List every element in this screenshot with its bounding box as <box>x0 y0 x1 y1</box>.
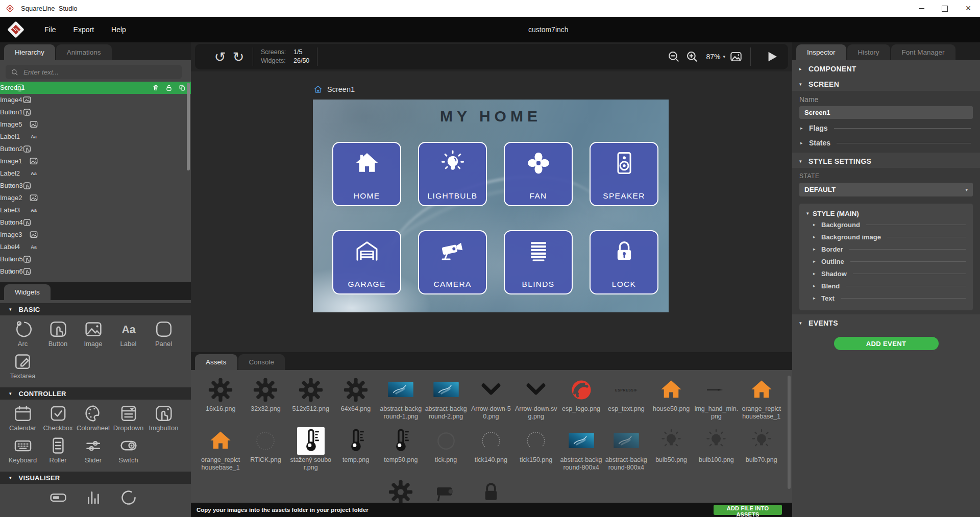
flags-row[interactable]: ▸Flags <box>799 122 973 134</box>
tile-camera[interactable]: CAMERA <box>418 230 487 294</box>
tree-item-label1[interactable]: AaLabel1 <box>0 131 191 143</box>
widget-calendar[interactable]: Calendar <box>5 402 40 432</box>
tree-item-image2[interactable]: Image2 <box>0 192 191 204</box>
tile-lock[interactable]: LOCK <box>590 230 658 294</box>
asset-item-partial[interactable] <box>378 478 423 503</box>
search-input[interactable] <box>22 68 182 77</box>
trash-icon[interactable] <box>152 84 160 92</box>
style-main-header-row[interactable]: ▾STYLE (MAIN) <box>804 208 968 218</box>
play-button[interactable] <box>765 50 779 64</box>
tree-item-label4[interactable]: AaLabel4 <box>0 241 191 253</box>
widget-keyboard[interactable]: Keyboard <box>5 434 40 464</box>
style-prop-shadow[interactable]: ▸Shadow <box>804 267 968 280</box>
widget-panel[interactable]: Panel <box>146 318 181 348</box>
tree-item-button1[interactable]: ▾Button1 <box>0 106 191 118</box>
tree-item-label2[interactable]: AaLabel2 <box>0 167 191 180</box>
widget-switch[interactable]: Switch <box>111 434 146 464</box>
add-file-into-assets-button[interactable]: ADD FILE INTO ASSETS <box>714 505 782 515</box>
tab-history[interactable]: History <box>847 44 890 60</box>
tree-item-image4[interactable]: Image4 <box>0 94 191 106</box>
tile-speaker[interactable]: SPEAKER <box>590 142 658 206</box>
menu-file[interactable]: File <box>36 17 65 42</box>
design-screen[interactable]: MY HOME HOMELIGHTBULBFANSPEAKERGARAGECAM… <box>313 100 669 312</box>
widget-item[interactable] <box>40 486 76 508</box>
widget-group-basic[interactable]: ▾BASIC <box>0 303 191 315</box>
undo-button[interactable]: ↺ <box>213 50 227 63</box>
style-prop-outline[interactable]: ▸Outline <box>804 255 968 267</box>
tile-fan[interactable]: FAN <box>504 142 573 206</box>
widget-arc[interactable]: Arc <box>5 318 40 348</box>
asset-item-partial[interactable] <box>469 478 513 503</box>
tree-item-image5[interactable]: Image5 <box>0 118 191 131</box>
tree-item-screen1[interactable]: ▾Screen1 <box>0 82 191 94</box>
section-events[interactable]: ▾EVENTS <box>792 316 980 330</box>
asset-orange-repict-housebase-1[interactable]: orange_repict housebase_1 <box>198 427 243 472</box>
asset-abstract-background-2-png[interactable]: abstract-background-2.png <box>423 376 468 421</box>
style-prop-border[interactable]: ▸Border <box>804 243 968 255</box>
screen-tag[interactable]: Screen1 <box>313 85 355 94</box>
tab-widgets[interactable]: Widgets <box>4 284 51 300</box>
tree-item-label3[interactable]: AaLabel3 <box>0 204 191 216</box>
tile-lightbulb[interactable]: LIGHTBULB <box>418 142 487 206</box>
section-component[interactable]: ▸COMPONENT <box>792 62 980 76</box>
asset-item-partial[interactable] <box>288 478 333 503</box>
maximize-button[interactable] <box>933 0 957 17</box>
asset-img-hand-min-png[interactable]: img_hand_min.png <box>694 376 739 421</box>
assets-scrollbar[interactable] <box>788 376 791 489</box>
style-prop-text[interactable]: ▸Text <box>804 292 968 304</box>
style-prop-blend[interactable]: ▸Blend <box>804 280 968 292</box>
tree-item-button3[interactable]: ▾Button3 <box>0 180 191 192</box>
add-event-button[interactable]: ADD EVENT <box>834 337 939 350</box>
asset-orange-repict-housebase-1[interactable]: orange_repict housebase_1 <box>739 376 784 421</box>
asset-rtick-png[interactable]: RTiCK.png <box>243 427 288 472</box>
asset-house50-png[interactable]: house50.png <box>649 376 694 421</box>
tree-item-button4[interactable]: ▾Button4 <box>0 216 191 229</box>
asset-esp-text-png[interactable]: ESPRESSIFesp_text.png <box>604 376 649 421</box>
style-prop-background-image[interactable]: ▸Background image <box>804 231 968 243</box>
asset-abstract-background-1-png[interactable]: abstract-background-1.png <box>378 376 423 421</box>
widget-image[interactable]: Image <box>76 318 111 348</box>
states-row[interactable]: ▸States <box>799 137 973 149</box>
close-button[interactable]: × <box>957 0 980 17</box>
asset-item-partial[interactable] <box>198 478 243 503</box>
tab-console[interactable]: Console <box>238 354 285 370</box>
asset-16x16-png[interactable]: 16x16.png <box>198 376 243 421</box>
tab-hierarchy[interactable]: Hierarchy <box>4 44 55 60</box>
screen-name-input[interactable]: Screen1 <box>799 106 973 119</box>
widget-imgbutton[interactable]: Imgbutton <box>146 402 181 432</box>
menu-help[interactable]: Help <box>103 17 135 42</box>
asset-bulb70-png[interactable]: bulb70.png <box>739 427 784 472</box>
asset-item-partial[interactable] <box>423 478 468 503</box>
asset-64x64-png[interactable]: 64x64.png <box>333 376 378 421</box>
tab-inspector[interactable]: Inspector <box>796 44 846 60</box>
asset-abstract-background-800x4[interactable]: abstract-background-800x4 <box>604 427 649 472</box>
tab-animations[interactable]: Animations <box>56 44 112 60</box>
hierarchy-scrollbar[interactable] <box>187 83 190 170</box>
widget-item[interactable] <box>5 486 40 508</box>
minimize-button[interactable] <box>910 0 933 17</box>
asset-temp-png[interactable]: temp.png <box>333 427 378 472</box>
widget-button[interactable]: Button <box>40 318 76 348</box>
tile-garage[interactable]: GARAGE <box>332 230 401 294</box>
asset-item-partial[interactable] <box>333 478 378 503</box>
menu-export[interactable]: Export <box>65 17 103 42</box>
section-style-settings[interactable]: ▾STYLE SETTINGS <box>792 155 980 168</box>
section-screen[interactable]: ▾SCREEN <box>792 78 980 91</box>
tree-item-image3[interactable]: Image3 <box>0 229 191 241</box>
zoom-out-button[interactable] <box>667 50 680 63</box>
asset-sta-en-soubor-png[interactable]: stažený soubor.png <box>288 427 333 472</box>
fit-image-button[interactable] <box>729 50 743 63</box>
zoom-in-button[interactable] <box>685 50 699 63</box>
asset-esp-logo-png[interactable]: esp_logo.png <box>558 376 603 421</box>
widget-slider[interactable]: Slider <box>76 434 111 464</box>
asset-arrow-down-svg-png[interactable]: Arrow-down.svg.png <box>513 376 558 421</box>
asset-512x512-png[interactable]: 512x512.png <box>288 376 333 421</box>
style-prop-background[interactable]: ▸Background <box>804 218 968 231</box>
asset-arrow-down-50-png[interactable]: Arrow-down-50.png <box>469 376 513 421</box>
asset-tick-png[interactable]: tick.png <box>423 427 468 472</box>
widget-item[interactable] <box>111 486 146 508</box>
duplicate-icon[interactable] <box>178 84 186 92</box>
widget-group-controller[interactable]: ▾CONTROLLER <box>0 387 191 400</box>
widget-label[interactable]: AaLabel <box>111 318 146 348</box>
tab-font-manager[interactable]: Font Manager <box>891 44 955 60</box>
